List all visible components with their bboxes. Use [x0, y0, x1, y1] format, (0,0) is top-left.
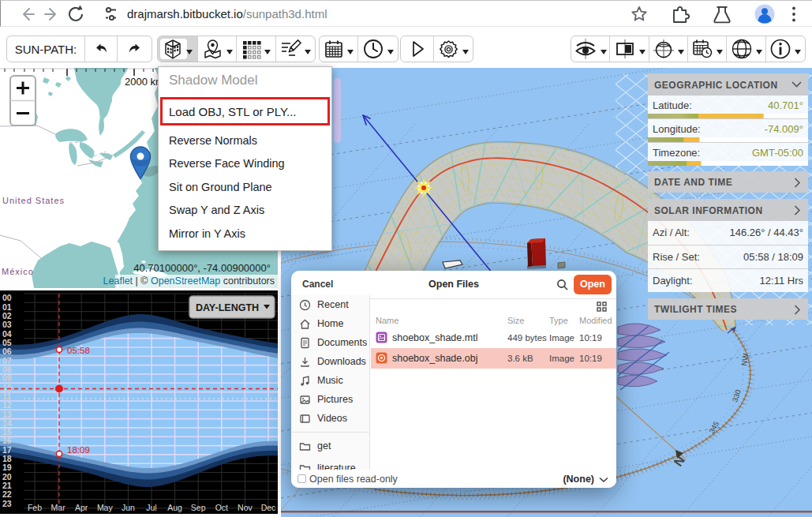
svg-text:17: 17 [2, 445, 12, 455]
svg-text:20: 20 [2, 472, 12, 481]
svg-text:México: México [2, 267, 34, 276]
svg-text:Nov: Nov [238, 503, 253, 512]
svg-text:Mar: Mar [51, 503, 66, 512]
svg-text:Feb: Feb [28, 503, 42, 512]
svg-text:drajmarsh.bitbucket.io/sunpath: drajmarsh.bitbucket.io/sunpath3d.html [127, 7, 327, 21]
svg-text:15: 15 [2, 427, 12, 436]
svg-text:10: 10 [2, 383, 12, 392]
svg-text:04: 04 [2, 329, 12, 339]
svg-text:Oct: Oct [215, 503, 228, 512]
svg-text:Dec: Dec [261, 503, 276, 512]
svg-text:DAY-LENGTH: DAY-LENGTH [196, 302, 259, 313]
svg-text:Leaflet | © OpenStreetMap cont: Leaflet | © OpenStreetMap contributors [103, 275, 275, 287]
svg-text:05: 05 [2, 338, 12, 347]
svg-text:Jun: Jun [122, 503, 135, 512]
svg-text:23: 23 [2, 499, 12, 508]
svg-text:18:09: 18:09 [67, 445, 90, 455]
svg-text:May: May [97, 503, 114, 512]
svg-text:Apr: Apr [75, 503, 88, 512]
svg-text:09: 09 [2, 373, 12, 383]
svg-text:07: 07 [2, 356, 12, 365]
svg-text:Sep: Sep [191, 503, 206, 512]
svg-text:NW: NW [739, 353, 750, 366]
svg-text:22: 22 [2, 489, 12, 499]
svg-text:06: 06 [2, 347, 12, 356]
svg-text:00: 00 [2, 293, 12, 302]
svg-text:02: 02 [2, 311, 12, 320]
svg-text:Aug: Aug [167, 503, 182, 512]
svg-text:12: 12 [2, 400, 12, 410]
svg-text:16: 16 [2, 436, 12, 445]
svg-text:11: 11 [2, 391, 11, 401]
svg-text:01: 01 [2, 302, 12, 312]
svg-text:19: 19 [2, 463, 12, 472]
svg-text:05:58: 05:58 [67, 346, 90, 355]
svg-text:United States: United States [2, 196, 65, 205]
svg-text:13: 13 [2, 410, 12, 419]
svg-text:03: 03 [2, 320, 12, 329]
svg-text:14: 14 [2, 418, 12, 428]
svg-text:08: 08 [2, 365, 12, 374]
svg-text:21: 21 [2, 481, 12, 490]
svg-text:18: 18 [2, 454, 12, 463]
svg-text:Jul: Jul [146, 503, 156, 512]
svg-text:40.70100000°, -74.00900000°: 40.70100000°, -74.00900000° [133, 262, 271, 274]
